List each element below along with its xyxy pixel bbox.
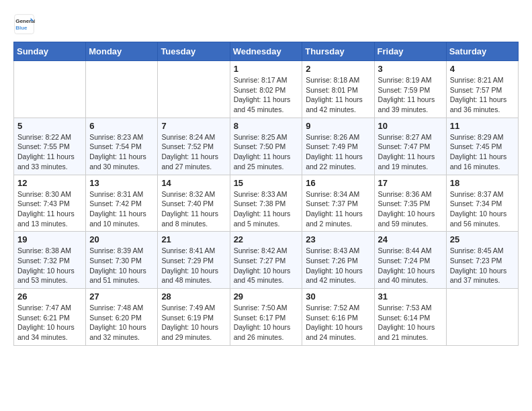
day-info: Sunrise: 8:30 AM Sunset: 7:43 PM Dayligh… <box>17 189 82 229</box>
day-number: 7 <box>161 121 226 131</box>
day-info: Sunrise: 8:26 AM Sunset: 7:49 PM Dayligh… <box>306 132 370 172</box>
day-info: Sunrise: 8:42 AM Sunset: 7:27 PM Dayligh… <box>234 246 299 285</box>
calendar-cell: 20Sunrise: 8:39 AM Sunset: 7:30 PM Dayli… <box>86 232 158 289</box>
day-info: Sunrise: 8:39 AM Sunset: 7:30 PM Dayligh… <box>89 246 154 285</box>
day-info: Sunrise: 8:37 AM Sunset: 7:34 PM Dayligh… <box>450 189 515 229</box>
calendar-cell: 7Sunrise: 8:24 AM Sunset: 7:52 PM Daylig… <box>158 118 230 175</box>
calendar-cell: 18Sunrise: 8:37 AM Sunset: 7:34 PM Dayli… <box>446 175 518 232</box>
page-header: General Blue <box>13 13 519 35</box>
day-number: 9 <box>306 121 370 131</box>
week-row-4: 19Sunrise: 8:38 AM Sunset: 7:32 PM Dayli… <box>14 232 519 289</box>
calendar-cell: 8Sunrise: 8:25 AM Sunset: 7:50 PM Daylig… <box>230 118 302 175</box>
day-info: Sunrise: 8:33 AM Sunset: 7:38 PM Dayligh… <box>234 189 299 229</box>
day-header-friday: Friday <box>374 42 446 61</box>
day-info: Sunrise: 8:23 AM Sunset: 7:54 PM Dayligh… <box>89 132 154 172</box>
calendar-cell: 19Sunrise: 8:38 AM Sunset: 7:32 PM Dayli… <box>14 232 86 289</box>
calendar-cell: 1Sunrise: 8:17 AM Sunset: 8:02 PM Daylig… <box>230 61 302 118</box>
day-info: Sunrise: 8:17 AM Sunset: 8:02 PM Dayligh… <box>234 75 299 115</box>
calendar-cell: 26Sunrise: 7:47 AM Sunset: 6:21 PM Dayli… <box>14 289 86 346</box>
day-info: Sunrise: 8:41 AM Sunset: 7:29 PM Dayligh… <box>161 246 226 285</box>
day-info: Sunrise: 8:29 AM Sunset: 7:45 PM Dayligh… <box>450 132 515 172</box>
calendar-cell: 23Sunrise: 8:43 AM Sunset: 7:26 PM Dayli… <box>302 232 374 289</box>
day-info: Sunrise: 8:21 AM Sunset: 7:57 PM Dayligh… <box>450 75 515 115</box>
week-row-1: 1Sunrise: 8:17 AM Sunset: 8:02 PM Daylig… <box>14 61 519 118</box>
day-header-monday: Monday <box>86 42 158 61</box>
day-info: Sunrise: 8:36 AM Sunset: 7:35 PM Dayligh… <box>378 189 443 229</box>
day-number: 8 <box>234 121 299 131</box>
day-number: 5 <box>17 121 82 131</box>
day-number: 11 <box>450 121 515 131</box>
calendar-cell: 30Sunrise: 7:52 AM Sunset: 6:16 PM Dayli… <box>302 289 374 346</box>
calendar-cell: 6Sunrise: 8:23 AM Sunset: 7:54 PM Daylig… <box>86 118 158 175</box>
calendar-cell: 5Sunrise: 8:22 AM Sunset: 7:55 PM Daylig… <box>14 118 86 175</box>
day-number: 31 <box>378 291 443 302</box>
day-info: Sunrise: 8:44 AM Sunset: 7:24 PM Dayligh… <box>378 246 443 285</box>
day-number: 18 <box>450 178 515 188</box>
day-info: Sunrise: 8:34 AM Sunset: 7:37 PM Dayligh… <box>306 189 370 229</box>
calendar-cell: 15Sunrise: 8:33 AM Sunset: 7:38 PM Dayli… <box>230 175 302 232</box>
day-info: Sunrise: 8:38 AM Sunset: 7:32 PM Dayligh… <box>17 246 82 285</box>
day-number: 26 <box>17 291 82 302</box>
calendar-cell <box>158 61 230 118</box>
calendar-cell <box>446 289 518 346</box>
day-number: 28 <box>161 291 226 302</box>
day-number: 14 <box>161 178 226 188</box>
week-row-5: 26Sunrise: 7:47 AM Sunset: 6:21 PM Dayli… <box>14 289 519 346</box>
day-number: 27 <box>89 291 154 302</box>
day-number: 16 <box>306 178 370 188</box>
calendar-cell: 31Sunrise: 7:53 AM Sunset: 6:14 PM Dayli… <box>374 289 446 346</box>
week-row-3: 12Sunrise: 8:30 AM Sunset: 7:43 PM Dayli… <box>14 175 519 232</box>
calendar-cell: 12Sunrise: 8:30 AM Sunset: 7:43 PM Dayli… <box>14 175 86 232</box>
day-number: 22 <box>234 234 299 244</box>
calendar-cell: 10Sunrise: 8:27 AM Sunset: 7:47 PM Dayli… <box>374 118 446 175</box>
day-info: Sunrise: 8:27 AM Sunset: 7:47 PM Dayligh… <box>378 132 443 172</box>
calendar-cell: 9Sunrise: 8:26 AM Sunset: 7:49 PM Daylig… <box>302 118 374 175</box>
day-number: 30 <box>306 291 370 302</box>
day-info: Sunrise: 8:43 AM Sunset: 7:26 PM Dayligh… <box>306 246 370 285</box>
day-header-saturday: Saturday <box>446 42 518 61</box>
calendar-cell: 22Sunrise: 8:42 AM Sunset: 7:27 PM Dayli… <box>230 232 302 289</box>
day-header-wednesday: Wednesday <box>230 42 302 61</box>
day-info: Sunrise: 7:49 AM Sunset: 6:19 PM Dayligh… <box>161 303 226 342</box>
calendar-cell: 13Sunrise: 8:31 AM Sunset: 7:42 PM Dayli… <box>86 175 158 232</box>
day-number: 17 <box>378 178 443 188</box>
day-number: 29 <box>234 291 299 302</box>
week-row-2: 5Sunrise: 8:22 AM Sunset: 7:55 PM Daylig… <box>14 118 519 175</box>
day-info: Sunrise: 8:22 AM Sunset: 7:55 PM Dayligh… <box>17 132 82 172</box>
calendar-cell <box>86 61 158 118</box>
calendar-cell: 28Sunrise: 7:49 AM Sunset: 6:19 PM Dayli… <box>158 289 230 346</box>
calendar-cell: 24Sunrise: 8:44 AM Sunset: 7:24 PM Dayli… <box>374 232 446 289</box>
calendar-cell: 16Sunrise: 8:34 AM Sunset: 7:37 PM Dayli… <box>302 175 374 232</box>
day-number: 20 <box>89 234 154 244</box>
day-number: 21 <box>161 234 226 244</box>
day-number: 2 <box>306 64 370 74</box>
day-number: 15 <box>234 178 299 188</box>
day-number: 6 <box>89 121 154 131</box>
calendar-cell: 2Sunrise: 8:18 AM Sunset: 8:01 PM Daylig… <box>302 61 374 118</box>
day-headers-row: SundayMondayTuesdayWednesdayThursdayFrid… <box>14 42 519 61</box>
calendar-cell: 4Sunrise: 8:21 AM Sunset: 7:57 PM Daylig… <box>446 61 518 118</box>
day-info: Sunrise: 7:53 AM Sunset: 6:14 PM Dayligh… <box>378 303 443 342</box>
calendar-cell: 21Sunrise: 8:41 AM Sunset: 7:29 PM Dayli… <box>158 232 230 289</box>
day-number: 1 <box>234 64 299 74</box>
day-info: Sunrise: 7:48 AM Sunset: 6:20 PM Dayligh… <box>89 303 154 342</box>
day-info: Sunrise: 7:47 AM Sunset: 6:21 PM Dayligh… <box>17 303 82 342</box>
day-info: Sunrise: 8:31 AM Sunset: 7:42 PM Dayligh… <box>89 189 154 229</box>
calendar-cell: 17Sunrise: 8:36 AM Sunset: 7:35 PM Dayli… <box>374 175 446 232</box>
day-number: 19 <box>17 234 82 244</box>
day-info: Sunrise: 8:45 AM Sunset: 7:23 PM Dayligh… <box>450 246 515 285</box>
day-number: 12 <box>17 178 82 188</box>
day-info: Sunrise: 8:32 AM Sunset: 7:40 PM Dayligh… <box>161 189 226 229</box>
day-info: Sunrise: 8:19 AM Sunset: 7:59 PM Dayligh… <box>378 75 443 115</box>
calendar-cell: 11Sunrise: 8:29 AM Sunset: 7:45 PM Dayli… <box>446 118 518 175</box>
day-header-tuesday: Tuesday <box>158 42 230 61</box>
day-info: Sunrise: 8:24 AM Sunset: 7:52 PM Dayligh… <box>161 132 226 172</box>
calendar-cell: 27Sunrise: 7:48 AM Sunset: 6:20 PM Dayli… <box>86 289 158 346</box>
day-number: 3 <box>378 64 443 74</box>
day-header-thursday: Thursday <box>302 42 374 61</box>
logo: General Blue <box>13 13 38 35</box>
calendar-cell <box>14 61 86 118</box>
svg-text:Blue: Blue <box>15 25 28 31</box>
calendar-cell: 14Sunrise: 8:32 AM Sunset: 7:40 PM Dayli… <box>158 175 230 232</box>
day-number: 13 <box>89 178 154 188</box>
